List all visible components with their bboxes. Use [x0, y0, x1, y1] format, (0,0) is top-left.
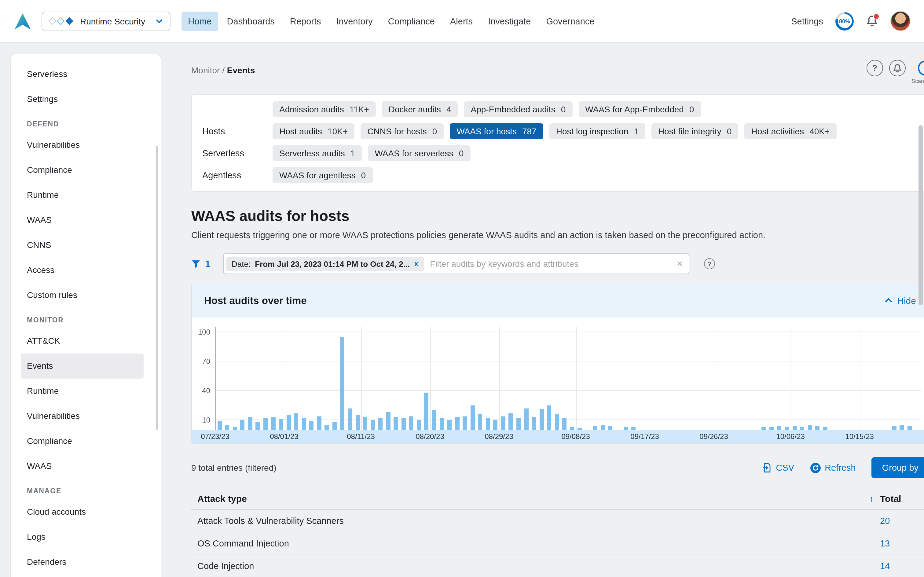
group-by-button[interactable]: Group by: [872, 457, 924, 478]
help-icon[interactable]: ?: [867, 60, 883, 76]
nav-item-reports[interactable]: Reports: [283, 11, 328, 31]
scanning-status[interactable]: Scanning...: [912, 60, 924, 84]
sidebar-item-access[interactable]: Access: [11, 258, 161, 283]
filter-chip-waas-for-app-embedded[interactable]: WAAS for App-Embedded0: [578, 102, 701, 117]
sidebar-scrollbar[interactable]: [156, 146, 158, 430]
chart-bar[interactable]: [317, 416, 321, 430]
filter-funnel[interactable]: 1: [191, 259, 223, 269]
filter-chip-admission-audits[interactable]: Admission audits11K+: [273, 102, 376, 117]
chart-bar[interactable]: [601, 425, 605, 430]
chart-bar[interactable]: [785, 427, 789, 430]
total-link[interactable]: 13: [874, 532, 924, 554]
chart-bar[interactable]: [762, 427, 766, 430]
total-link[interactable]: 20: [874, 510, 924, 532]
chart-bar[interactable]: [286, 415, 291, 430]
sidebar-item-serverless[interactable]: Serverless: [11, 62, 161, 87]
user-avatar[interactable]: [890, 11, 911, 31]
search-input[interactable]: [424, 259, 675, 269]
nav-item-dashboards[interactable]: Dashboards: [220, 11, 281, 31]
chart-bar[interactable]: [800, 427, 804, 430]
alerts-bell-icon[interactable]: [889, 60, 906, 76]
chart-bar[interactable]: [777, 426, 781, 430]
column-attack-type[interactable]: Attack type: [197, 493, 247, 504]
chart-bar[interactable]: [218, 421, 222, 430]
chart-bar[interactable]: [325, 425, 329, 430]
chart-bar[interactable]: [531, 417, 536, 430]
clear-search-icon[interactable]: ×: [675, 259, 684, 269]
sidebar-item-runtime[interactable]: Runtime: [11, 379, 161, 404]
chart-bar[interactable]: [348, 408, 352, 430]
chart-bar[interactable]: [547, 405, 551, 430]
chart-bar[interactable]: [394, 417, 398, 430]
chart-bar[interactable]: [509, 413, 513, 430]
chart-bar[interactable]: [233, 427, 237, 430]
chart-bar[interactable]: [241, 420, 245, 430]
sidebar-item-settings[interactable]: Settings: [11, 87, 161, 112]
sidebar-item-att-ck[interactable]: ATT&CK: [11, 329, 161, 353]
sidebar-item-defenders[interactable]: Defenders: [11, 550, 161, 575]
chart-bar[interactable]: [815, 426, 819, 430]
nav-item-inventory[interactable]: Inventory: [330, 11, 380, 31]
chart-bar[interactable]: [417, 420, 421, 430]
sidebar-item-cnns[interactable]: CNNS: [11, 233, 161, 258]
chart-bar[interactable]: [409, 416, 414, 430]
chart-bar[interactable]: [371, 420, 375, 430]
chart-bar[interactable]: [263, 418, 268, 430]
csv-export-button[interactable]: CSV: [762, 463, 794, 472]
chart-bar[interactable]: [516, 418, 521, 430]
filter-chip-waas-for-hosts[interactable]: WAAS for hosts787: [450, 123, 543, 139]
filter-chip-host-log-inspection[interactable]: Host log inspection1: [549, 123, 645, 139]
filter-chip-waas-for-serverless[interactable]: WAAS for serverless0: [368, 145, 470, 161]
chart-bar[interactable]: [256, 422, 260, 430]
chart-bar[interactable]: [570, 427, 574, 430]
sidebar-item-compliance[interactable]: Compliance: [11, 158, 161, 182]
search-help-icon[interactable]: ?: [704, 258, 715, 269]
chart-bar[interactable]: [524, 408, 528, 430]
sidebar-item-compliance[interactable]: Compliance: [11, 429, 161, 454]
chart-bar[interactable]: [378, 418, 383, 430]
chart-bar[interactable]: [425, 393, 429, 430]
page-scrollbar[interactable]: [919, 125, 923, 305]
chart-bar[interactable]: [440, 418, 444, 430]
nav-item-alerts[interactable]: Alerts: [443, 11, 480, 31]
chart-bar[interactable]: [593, 426, 598, 430]
chart-bar[interactable]: [271, 417, 275, 430]
nav-item-governance[interactable]: Governance: [539, 11, 601, 31]
chart-bar[interactable]: [455, 417, 459, 430]
filter-chip-host-activities[interactable]: Host activities40K+: [744, 123, 836, 139]
chart-bar[interactable]: [501, 416, 506, 430]
sidebar-item-vulnerabilities[interactable]: Vulnerabilities: [11, 132, 161, 158]
sidebar-item-vulnerabilities[interactable]: Vulnerabilities: [11, 404, 161, 429]
chart-bar[interactable]: [792, 426, 796, 430]
filter-chip-waas-for-agentless[interactable]: WAAS for agentless0: [273, 167, 373, 183]
chart-bar[interactable]: [892, 426, 896, 430]
nav-item-investigate[interactable]: Investigate: [481, 11, 538, 31]
chart-bar[interactable]: [823, 427, 827, 430]
product-switcher[interactable]: Runtime Security: [42, 11, 170, 31]
chart-bar[interactable]: [432, 410, 436, 430]
column-total[interactable]: Total: [874, 488, 924, 509]
filter-chip-host-file-integrity[interactable]: Host file integrity0: [651, 123, 738, 139]
date-filter-chip[interactable]: Date: From Jul 23, 2023 01:14 PM to Oct …: [226, 257, 424, 271]
nav-item-compliance[interactable]: Compliance: [381, 11, 441, 31]
sidebar-item-alerts[interactable]: Alerts: [11, 575, 161, 577]
sidebar-item-custom-rules[interactable]: Custom rules: [11, 283, 161, 308]
sidebar-item-runtime[interactable]: Runtime: [11, 182, 161, 208]
remove-date-filter-icon[interactable]: x: [414, 259, 418, 268]
sidebar-item-cloud-accounts[interactable]: Cloud accounts: [11, 500, 161, 524]
chart-bar[interactable]: [302, 418, 306, 430]
nav-item-home[interactable]: Home: [181, 11, 218, 31]
prisma-logo-icon[interactable]: [13, 12, 32, 30]
chart-bar[interactable]: [294, 413, 298, 430]
sidebar-item-events[interactable]: Events: [21, 353, 144, 379]
chart-bar[interactable]: [279, 419, 283, 430]
chart-bar[interactable]: [539, 409, 544, 430]
chart-bar[interactable]: [402, 418, 406, 430]
settings-link[interactable]: Settings: [791, 16, 823, 26]
chart-bar[interactable]: [447, 420, 452, 430]
refresh-button[interactable]: Refresh: [810, 463, 856, 473]
chart-bar[interactable]: [310, 421, 314, 430]
chart-bar[interactable]: [333, 422, 337, 430]
sidebar-item-logs[interactable]: Logs: [11, 524, 161, 550]
filter-chip-app-embedded-audits[interactable]: App-Embedded audits0: [464, 102, 573, 117]
